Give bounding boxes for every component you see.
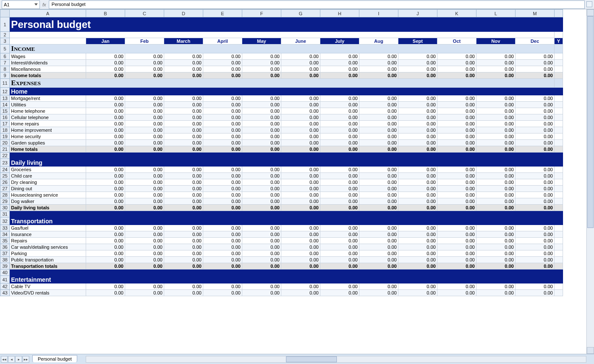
formula-bar-expand-icon[interactable] [586, 1, 592, 7]
formula-value: Personal budget [52, 2, 86, 7]
fx-icon[interactable]: fx [42, 2, 46, 7]
name-box-dropdown-icon[interactable] [34, 3, 38, 6]
name-box[interactable]: A1 [2, 0, 40, 9]
name-box-value: A1 [4, 2, 9, 7]
formula-bar: A1 fx Personal budget [0, 0, 594, 9]
formula-input[interactable]: Personal budget [49, 0, 585, 9]
